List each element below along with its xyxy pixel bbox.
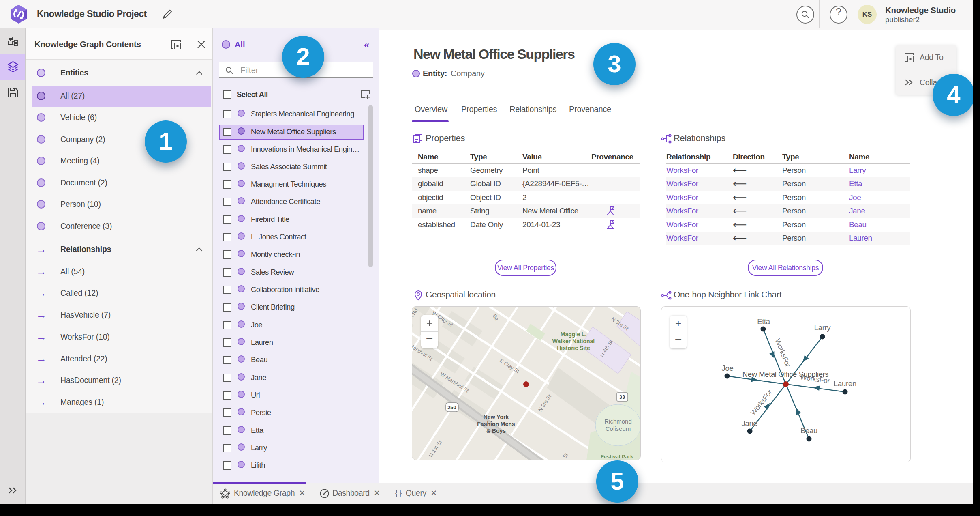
svg-text:Walker National: Walker National — [552, 338, 595, 344]
svg-text:Beau: Beau — [800, 426, 817, 435]
svg-text:New Metal Office Suppliers: New Metal Office Suppliers — [742, 370, 829, 378]
svg-text:Lauren: Lauren — [834, 379, 856, 388]
svg-text:WorksFor: WorksFor — [774, 338, 792, 368]
svg-text:Festival Park: Festival Park — [601, 454, 633, 460]
svg-text:33: 33 — [619, 394, 625, 400]
svg-text:Fashion Mens: Fashion Mens — [477, 421, 515, 427]
svg-text:WorksFor: WorksFor — [749, 388, 774, 417]
svg-text:250: 250 — [447, 404, 456, 411]
svg-text:Larry: Larry — [814, 323, 831, 332]
svg-text:Coliseum: Coliseum — [606, 425, 631, 432]
svg-text:& Boys: & Boys — [486, 428, 506, 434]
svg-text:Historic Site: Historic Site — [557, 345, 590, 351]
svg-text:Richmond: Richmond — [604, 418, 632, 425]
svg-text:Jane: Jane — [742, 419, 757, 428]
svg-text:New York: New York — [484, 414, 509, 420]
svg-text:Joe: Joe — [722, 364, 734, 372]
svg-text:Etta: Etta — [757, 317, 770, 326]
svg-text:Maggie L.: Maggie L. — [561, 331, 587, 338]
